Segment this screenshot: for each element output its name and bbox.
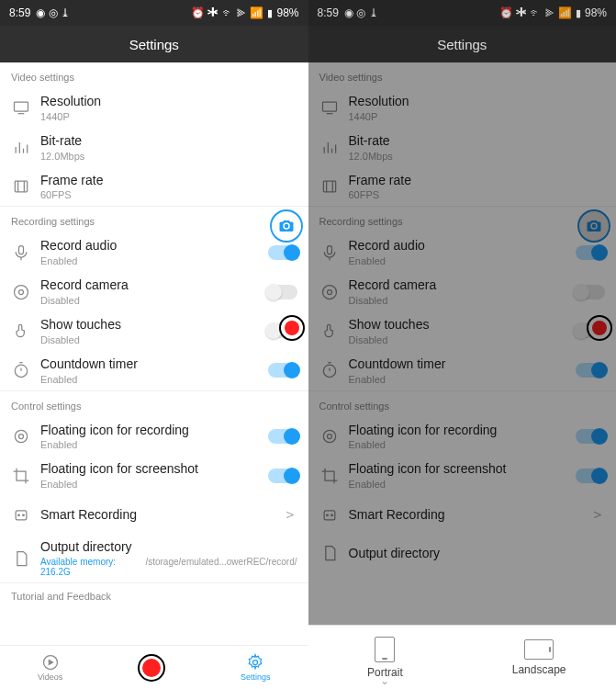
touches-value: Disabled [40,334,268,345]
monitor-icon [11,97,31,118]
page-title: Settings [129,37,179,52]
svg-point-19 [18,514,20,516]
orientation-landscape[interactable]: Landscape [462,626,616,689]
record-fab[interactable] [279,315,305,341]
output-label-r: Output directory [349,546,606,561]
section-tutorial-title: Tutorial and Feedback [0,583,308,602]
touches-label-r: Show touches [349,317,577,333]
setting-resolution[interactable]: Resolution 1440P [0,88,308,128]
section-video-title-r: Video settings [308,62,617,88]
setting-countdown[interactable]: Countdown timer Enabled [0,351,308,390]
framerate-label-r: Frame rate [349,173,606,188]
film-icon [319,176,340,197]
setting-bitrate[interactable]: Bit-rate 12.0Mbps [0,128,308,167]
status-time-r: 8:59 [318,6,339,19]
touch-icon [11,321,31,341]
svg-point-40 [327,434,331,438]
countdown-toggle[interactable] [268,363,297,378]
chevron-right-icon: ＞ [283,505,297,525]
page-title-r: Settings [437,37,487,52]
audio-label: Record audio [40,238,268,254]
countdown-value-r: Enabled [349,374,577,385]
status-right-icons: ⏰ ✱ ᯤ ⫸ 📶 [191,6,263,19]
audio-toggle[interactable] [268,245,297,260]
nav-settings[interactable]: Settings [241,653,271,682]
svg-point-42 [326,514,328,516]
nav-videos[interactable]: Videos [38,653,62,682]
record-fab-r[interactable] [587,315,612,341]
svg-point-35 [327,289,331,294]
svg-rect-32 [327,245,331,254]
svg-point-12 [19,289,24,294]
touches-value-r: Disabled [349,334,577,345]
section-control-title-r: Control settings [308,391,617,417]
status-left-icons: ◉ ◎ ⤓ [36,6,70,19]
nav-videos-label: Videos [38,672,62,682]
setting-framerate-r: Frame rate60FPS [308,167,617,207]
camera-toggle[interactable] [268,285,297,299]
floatshot-toggle[interactable] [268,469,297,483]
battery-icon-r: ▮ [576,7,581,19]
landscape-icon [524,639,554,660]
settings-content-r: Video settings Resolution1440P Bit-rate1… [308,62,617,689]
framerate-label: Frame rate [40,173,297,188]
svg-point-34 [322,285,336,299]
audio-value-r: Enabled [349,255,577,266]
status-right-icons-r: ⏰ ✱ ᯤ ⫸ 📶 [499,6,572,19]
setting-output-r: Output directory [308,534,617,572]
crop-icon [11,466,31,486]
setting-smart-recording[interactable]: Smart Recording ＞ [0,495,308,534]
countdown-toggle-r [576,363,605,378]
camera-toggle-r [576,285,605,299]
landscape-label: Landscape [512,663,566,676]
camera-fab[interactable] [270,209,303,243]
setting-smart-r: Smart Recording ＞ [308,495,617,534]
countdown-label: Countdown timer [40,356,268,372]
camera-circle-icon [11,282,31,302]
setting-record-camera[interactable]: Record camera Disabled [0,272,308,311]
setting-show-touches[interactable]: Show touches Disabled [0,311,308,351]
setting-record-audio[interactable]: Record audio Enabled [0,232,308,272]
screen-right: 8:59 ◉ ◎ ⤓ ⏰ ✱ ᯤ ⫸ 📶 ▮ 98% Settings Vide… [308,0,617,689]
svg-rect-0 [15,103,28,112]
target-icon [11,426,31,446]
svg-rect-6 [15,181,27,192]
robot-icon [319,504,340,525]
section-recording-title: Recording settings [0,207,308,232]
nav-record-button[interactable] [138,654,165,682]
setting-floatrec-r: Floating icon for recordingEnabled [308,417,617,457]
floatshot-toggle-r [576,469,605,483]
svg-rect-29 [323,181,335,192]
robot-icon [11,504,31,525]
svg-point-43 [330,514,332,516]
monitor-icon [319,97,340,118]
floatrec-value: Enabled [40,439,268,450]
touches-label: Show touches [40,317,268,333]
camera-value: Disabled [40,295,268,306]
svg-point-16 [15,430,27,442]
screen-left: 8:59 ◉ ◎ ⤓ ⏰ ✱ ᯤ ⫸ 📶 ▮ 98% Settings Vide… [0,0,308,689]
touch-icon [319,321,340,341]
setting-float-screenshot[interactable]: Floating icon for screenshot Enabled [0,456,308,495]
setting-camera-r: Record cameraDisabled [308,272,617,311]
resolution-label: Resolution [40,94,297,109]
setting-floatshot-r: Floating icon for screenshotEnabled [308,456,617,495]
setting-output-directory[interactable]: Output directory Available memory: 216.2… [0,534,308,582]
framerate-value-r: 60FPS [349,189,606,200]
header-r: Settings [308,26,617,62]
battery-text-r: 98% [585,6,607,19]
bitrate-label-r: Bit-rate [349,133,606,149]
audio-label-r: Record audio [349,238,577,254]
section-recording-title-r: Recording settings [308,207,617,232]
setting-float-recording[interactable]: Floating icon for recording Enabled [0,417,308,457]
floatrec-toggle[interactable] [268,429,297,444]
orientation-portrait[interactable]: Portrait ⌄ [308,626,463,689]
smart-label-r: Smart Recording [349,507,591,523]
resolution-value-r: 1440P [349,111,606,122]
setting-framerate[interactable]: Frame rate 60FPS [0,167,308,207]
camera-fab-r[interactable] [577,209,610,243]
mic-icon [11,243,31,263]
bitrate-label: Bit-rate [40,133,297,149]
chevron-right-icon: ＞ [590,505,605,525]
mic-icon [319,243,340,263]
